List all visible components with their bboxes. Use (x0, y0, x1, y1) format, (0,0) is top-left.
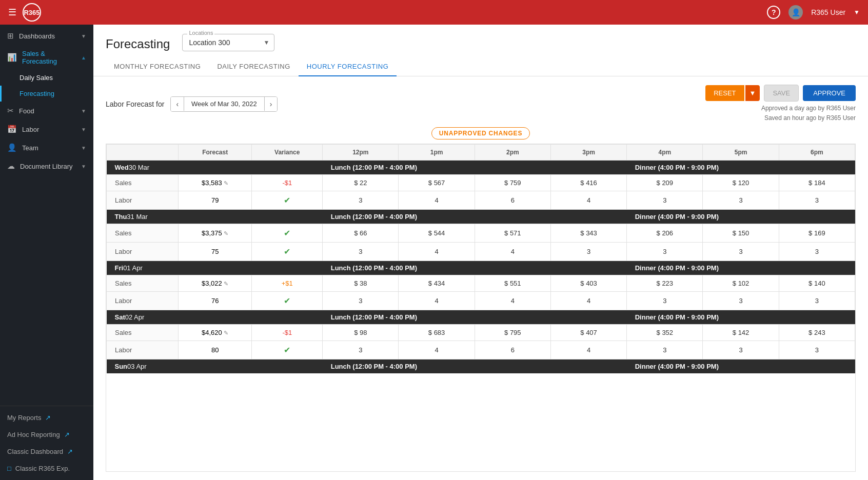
reset-button[interactable]: RESET (705, 85, 744, 101)
hour-cell-2[interactable]: 6 (475, 191, 550, 210)
row-label: Sales (107, 325, 179, 341)
hour-cell-5[interactable]: 3 (703, 191, 779, 210)
hour-cell-2[interactable]: $ 759 (475, 175, 550, 191)
hour-cell-2[interactable]: 4 (475, 243, 550, 261)
sidebar-item-labor[interactable]: 📅 Labor ▼ (0, 120, 93, 138)
hour-cell-5[interactable]: 3 (703, 292, 779, 310)
hour-cell-4[interactable]: 3 (627, 191, 703, 210)
hour-cell-6[interactable]: $ 243 (779, 325, 855, 341)
variance-value: -$1 (282, 329, 292, 336)
hour-cell-3[interactable]: 4 (550, 292, 626, 310)
sidebar-item-team[interactable]: 👤 Team ▼ (0, 138, 93, 157)
edit-icon[interactable]: ✎ (224, 180, 228, 186)
hour-cell-0[interactable]: $ 38 (323, 275, 399, 292)
hour-cell-3[interactable]: $ 403 (550, 275, 626, 292)
hour-cell-2[interactable]: 6 (475, 341, 550, 359)
hour-cell-5[interactable]: $ 150 (703, 224, 779, 243)
sidebar-item-document-library[interactable]: ☁ Document Library ▼ (0, 157, 93, 175)
hour-cell-1[interactable]: $ 683 (399, 325, 475, 341)
edit-icon[interactable]: ✎ (224, 330, 228, 336)
hour-cell-5[interactable]: $ 102 (703, 275, 779, 292)
hour-cell-2[interactable]: $ 571 (475, 224, 550, 243)
hour-cell-3[interactable]: $ 343 (550, 224, 626, 243)
sidebar-item-ad-hoc[interactable]: Ad Hoc Reporting ↗ (0, 426, 93, 443)
hour-cell-4[interactable]: $ 223 (627, 275, 703, 292)
hour-cell-3[interactable]: $ 416 (550, 175, 626, 191)
hour-cell-6[interactable]: 3 (779, 243, 855, 261)
tab-monthly[interactable]: MONTHLY FORECASTING (106, 57, 209, 76)
sidebar-item-daily-sales[interactable]: Daily Sales (0, 70, 93, 86)
hour-cell-0[interactable]: $ 98 (323, 325, 399, 341)
hour-cell-3[interactable]: 4 (550, 341, 626, 359)
hour-cell-5[interactable]: 3 (703, 243, 779, 261)
row-variance: ✔ (252, 224, 323, 243)
week-prev-button[interactable]: ‹ (171, 97, 184, 111)
hour-cell-0[interactable]: 3 (323, 243, 399, 261)
approve-button[interactable]: APPROVE (803, 85, 856, 101)
day-name: Fri (115, 264, 124, 272)
hour-cell-6[interactable]: $ 169 (779, 224, 855, 243)
hour-cell-2[interactable]: $ 795 (475, 325, 550, 341)
hour-cell-1[interactable]: 4 (399, 292, 475, 310)
hour-cell-4[interactable]: 3 (627, 341, 703, 359)
hour-cell-6[interactable]: $ 140 (779, 275, 855, 292)
location-select[interactable]: Location 300 (182, 34, 274, 51)
sidebar: ⊞ Dashboards ▼ 📊 Sales & Forecasting ▲ D… (0, 25, 93, 480)
hour-cell-1[interactable]: 4 (399, 243, 475, 261)
table-wrapper[interactable]: Forecast Variance 12pm 1pm 2pm 3pm 4pm 5… (106, 144, 856, 472)
hour-cell-2[interactable]: 4 (475, 292, 550, 310)
ad-hoc-icon: ↗ (64, 431, 70, 438)
sidebar-item-classic-dashboard[interactable]: Classic Dashboard ↗ (0, 443, 93, 460)
hour-cell-4[interactable]: $ 206 (627, 224, 703, 243)
hour-cell-4[interactable]: 3 (627, 243, 703, 261)
edit-icon[interactable]: ✎ (224, 281, 228, 287)
hour-cell-2[interactable]: $ 551 (475, 275, 550, 292)
tab-hourly[interactable]: HOURLY FORECASTING (299, 57, 397, 76)
hour-cell-3[interactable]: $ 407 (550, 325, 626, 341)
edit-icon[interactable]: ✎ (224, 230, 228, 236)
sidebar-item-sales-forecasting[interactable]: 📊 Sales & Forecasting ▲ (0, 45, 93, 70)
hour-cell-5[interactable]: $ 120 (703, 175, 779, 191)
sidebar-item-classic-r365[interactable]: □ Classic R365 Exp. (0, 460, 93, 477)
hour-cell-4[interactable]: $ 209 (627, 175, 703, 191)
tab-daily[interactable]: DAILY FORECASTING (209, 57, 298, 76)
week-next-button[interactable]: › (265, 97, 278, 111)
row-forecast: $3,375 ✎ (179, 224, 252, 243)
hour-cell-3[interactable]: 4 (550, 191, 626, 210)
sidebar-item-forecasting[interactable]: Forecasting (0, 86, 93, 102)
hamburger-menu[interactable]: ☰ (8, 7, 16, 18)
table-row: Labor75✔3443333 (107, 243, 855, 261)
sidebar-item-food[interactable]: ✂ Food ▼ (0, 102, 93, 120)
hour-cell-0[interactable]: 3 (323, 191, 399, 210)
help-icon[interactable]: ? (767, 6, 780, 19)
hour-cell-5[interactable]: 3 (703, 341, 779, 359)
sales-icon: 📊 (7, 53, 17, 62)
day-header-row: Thu31 MarLunch (12:00 PM - 4:00 PM)Dinne… (107, 210, 855, 224)
hour-cell-6[interactable]: 3 (779, 191, 855, 210)
hour-cell-6[interactable]: 3 (779, 341, 855, 359)
hour-cell-6[interactable]: $ 184 (779, 175, 855, 191)
page-title: Forecasting (106, 37, 170, 51)
hour-cell-0[interactable]: $ 66 (323, 224, 399, 243)
sidebar-item-my-reports[interactable]: My Reports ↗ (0, 409, 93, 426)
sidebar-item-dashboards[interactable]: ⊞ Dashboards ▼ (0, 27, 93, 45)
hour-cell-1[interactable]: 4 (399, 341, 475, 359)
hour-cell-4[interactable]: 3 (627, 292, 703, 310)
hour-cell-0[interactable]: $ 22 (323, 175, 399, 191)
hour-cell-1[interactable]: 4 (399, 191, 475, 210)
save-button[interactable]: SAVE (764, 85, 799, 102)
hour-cell-6[interactable]: 3 (779, 292, 855, 310)
reset-dropdown-button[interactable]: ▼ (745, 85, 760, 101)
hour-cell-1[interactable]: $ 567 (399, 175, 475, 191)
hour-cell-5[interactable]: $ 142 (703, 325, 779, 341)
hour-cell-0[interactable]: 3 (323, 292, 399, 310)
document-chevron: ▼ (81, 164, 86, 169)
hour-cell-1[interactable]: $ 434 (399, 275, 475, 292)
hour-cell-0[interactable]: 3 (323, 341, 399, 359)
col-header-1pm: 1pm (399, 145, 475, 161)
hour-cell-4[interactable]: $ 352 (627, 325, 703, 341)
hour-cell-3[interactable]: 3 (550, 243, 626, 261)
user-avatar: 👤 (788, 5, 803, 19)
user-dropdown-icon[interactable]: ▼ (854, 9, 860, 16)
hour-cell-1[interactable]: $ 544 (399, 224, 475, 243)
